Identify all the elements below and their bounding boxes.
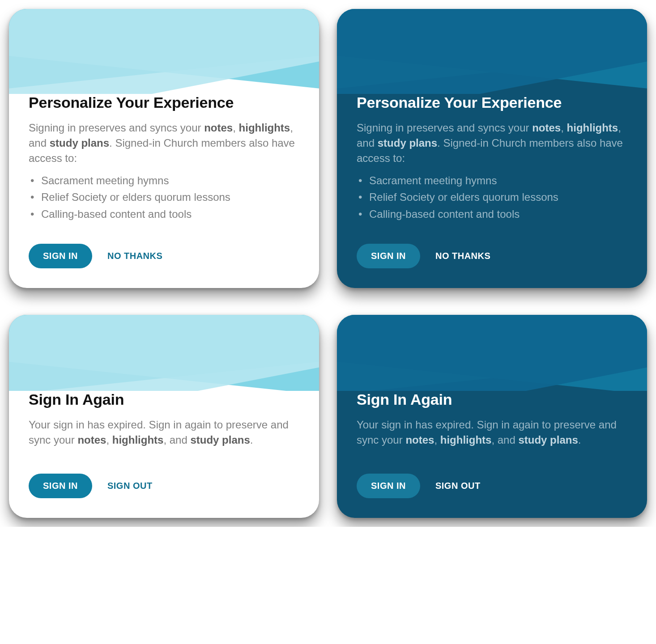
- sign-out-button[interactable]: SIGN OUT: [107, 481, 153, 491]
- feature-item: Calling-based content and tools: [369, 206, 627, 222]
- sign-in-again-card-dark: Sign In Again Your sign in has expired. …: [337, 315, 647, 518]
- card-title: Personalize Your Experience: [29, 94, 299, 111]
- card-title: Personalize Your Experience: [357, 94, 627, 111]
- card-gallery: Personalize Your Experience Signing in p…: [9, 9, 647, 518]
- personalize-card-light: Personalize Your Experience Signing in p…: [9, 9, 319, 288]
- feature-item: Sacrament meeting hymns: [369, 172, 627, 189]
- card-actions: SIGN IN NO THANKS: [357, 244, 627, 268]
- card-title: Sign In Again: [29, 391, 299, 408]
- card-body: Signing in preserves and syncs your note…: [29, 120, 299, 166]
- card-hero-decoration: [9, 315, 319, 391]
- feature-list: Sacrament meeting hymns Relief Society o…: [357, 172, 627, 222]
- sign-in-button[interactable]: SIGN IN: [357, 244, 420, 268]
- feature-item: Relief Society or elders quorum lessons: [369, 189, 627, 205]
- card-body: Signing in preserves and syncs your note…: [357, 120, 627, 166]
- personalize-card-dark: Personalize Your Experience Signing in p…: [337, 9, 647, 288]
- no-thanks-button[interactable]: NO THANKS: [435, 251, 490, 261]
- sign-in-button[interactable]: SIGN IN: [29, 244, 92, 268]
- feature-list: Sacrament meeting hymns Relief Society o…: [29, 172, 299, 222]
- feature-item: Calling-based content and tools: [41, 206, 299, 222]
- feature-item: Sacrament meeting hymns: [41, 172, 299, 189]
- no-thanks-button[interactable]: NO THANKS: [107, 251, 162, 261]
- card-hero-decoration: [337, 9, 647, 94]
- card-actions: SIGN IN SIGN OUT: [29, 474, 299, 498]
- sign-in-again-card-light: Sign In Again Your sign in has expired. …: [9, 315, 319, 518]
- card-title: Sign In Again: [357, 391, 627, 408]
- card-hero-decoration: [9, 9, 319, 94]
- card-body: Your sign in has expired. Sign in again …: [357, 417, 627, 448]
- feature-item: Relief Society or elders quorum lessons: [41, 189, 299, 205]
- card-actions: SIGN IN SIGN OUT: [357, 474, 627, 498]
- card-actions: SIGN IN NO THANKS: [29, 244, 299, 268]
- card-hero-decoration: [337, 315, 647, 391]
- sign-in-button[interactable]: SIGN IN: [357, 474, 420, 498]
- card-body: Your sign in has expired. Sign in again …: [29, 417, 299, 448]
- sign-out-button[interactable]: SIGN OUT: [435, 481, 481, 491]
- sign-in-button[interactable]: SIGN IN: [29, 474, 92, 498]
